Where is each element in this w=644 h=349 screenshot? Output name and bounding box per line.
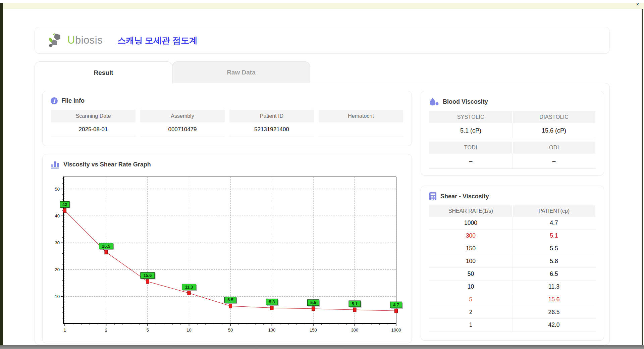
- graph-title-row: Viscosity vs Shear Rate Graph: [43, 154, 412, 169]
- svg-text:150: 150: [310, 328, 317, 333]
- header: Ubiosis 스캐닝 모세관 점도계: [35, 27, 610, 54]
- viscosity-graph-card: Viscosity vs Shear Rate Graph 1020304050…: [42, 154, 412, 343]
- blood-viscosity-title-row: Blood Viscosity: [421, 91, 604, 106]
- file-info-grid: Scanning Date 2025-08-01 Assembly 000710…: [43, 110, 412, 137]
- svg-text:10: 10: [55, 294, 60, 299]
- svg-text:6.5: 6.5: [227, 298, 233, 302]
- shear-rate-cell: 1: [429, 319, 513, 331]
- svg-text:5.8: 5.8: [269, 300, 275, 304]
- file-field-patient-id: Patient ID 52131921400: [229, 110, 314, 137]
- bar-chart-icon: [51, 160, 60, 169]
- field-label: Scanning Date: [51, 110, 136, 122]
- field-value: 2025-08-01: [51, 122, 136, 137]
- svg-text:40: 40: [55, 213, 60, 218]
- logo-letters-biosis: biosis: [75, 34, 103, 46]
- shear-rate-cell: 300: [429, 230, 513, 242]
- file-info-title: File Info: [61, 97, 85, 104]
- diastolic-header: DIASTOLIC: [513, 111, 596, 123]
- svg-text:20: 20: [55, 267, 60, 272]
- tab-raw-data[interactable]: Raw Data: [172, 61, 310, 83]
- graph-title: Viscosity vs Shear Rate Graph: [63, 161, 151, 168]
- ubiosis-logo-mark: [48, 33, 65, 48]
- svg-text:1000: 1000: [391, 328, 401, 333]
- svg-text:42: 42: [62, 202, 67, 207]
- shear-rate-cell: 100: [429, 255, 513, 267]
- svg-text:1: 1: [63, 328, 66, 333]
- file-info-card: i File Info Scanning Date 2025-08-01 Ass…: [42, 91, 412, 146]
- patient-cell: 5.5: [513, 242, 595, 255]
- shear-rate-cell: 50: [429, 268, 513, 280]
- patient-cell: 42.0: [513, 319, 595, 331]
- app-title: 스캐닝 모세관 점도계: [117, 35, 198, 46]
- table-row: 1011.3: [429, 281, 595, 293]
- shear-rate-cell: 1000: [429, 217, 513, 229]
- shear-viscosity-title: Shear - Viscosity: [440, 193, 489, 200]
- patient-cell: 26.5: [513, 306, 595, 318]
- systolic-header: SYSTOLIC: [429, 111, 512, 123]
- svg-text:50: 50: [55, 187, 60, 192]
- odi-value: –: [513, 154, 595, 169]
- svg-text:300: 300: [351, 328, 359, 333]
- shear-viscosity-card: Shear - Viscosity SHEAR RATE(1/s) PATIEN…: [421, 186, 604, 341]
- patient-column-header: PATIENT(cp): [513, 205, 596, 217]
- tab-result[interactable]: Result: [35, 61, 172, 84]
- svg-text:5.1: 5.1: [352, 302, 358, 306]
- diastolic-value: 15.6 (cP): [513, 123, 595, 138]
- file-info-title-row: i File Info: [43, 91, 412, 104]
- shear-rate-cell: 2: [429, 306, 513, 318]
- svg-text:100: 100: [268, 328, 276, 333]
- shear-rate-column-header: SHEAR RATE(1/s): [429, 205, 512, 217]
- odi-header: ODI: [513, 142, 596, 154]
- shear-rate-cell: 10: [429, 281, 513, 293]
- table-row: 515.6: [429, 293, 595, 306]
- window-edge-left: [0, 3, 3, 345]
- file-field-assembly: Assembly 000710479: [140, 110, 225, 137]
- svg-text:26.5: 26.5: [102, 244, 110, 249]
- window-titlebar: [3, 3, 644, 9]
- svg-text:2: 2: [105, 328, 107, 333]
- field-label: Assembly: [140, 110, 225, 122]
- field-value: [319, 122, 403, 137]
- field-value: 000710479: [140, 122, 225, 137]
- viscosity-shear-chart: 1020304050125105010015030010004226.515.6…: [53, 174, 403, 335]
- info-icon: i: [51, 97, 58, 104]
- file-field-scanning-date: Scanning Date 2025-08-01: [51, 110, 136, 137]
- svg-text:50: 50: [228, 328, 233, 333]
- blood-viscosity-title: Blood Viscosity: [443, 98, 488, 105]
- droplet-icon: [429, 97, 439, 106]
- svg-text:11.3: 11.3: [185, 285, 193, 290]
- file-field-hematocrit: Hematocrit: [319, 110, 403, 137]
- table-row: 142.0: [429, 319, 595, 332]
- shear-viscosity-table: SHEAR RATE(1/s) PATIENT(cp) 10004.7 3005…: [429, 205, 595, 332]
- svg-text:10: 10: [186, 328, 191, 333]
- shear-rate-cell: 5: [429, 293, 513, 306]
- patient-cell: 15.6: [513, 293, 595, 306]
- table-row: 3005.1: [429, 230, 595, 242]
- logo-text: Ubiosis: [67, 34, 103, 46]
- window-taskbar: [0, 345, 644, 349]
- svg-text:5: 5: [146, 328, 149, 333]
- svg-text:30: 30: [55, 240, 60, 245]
- patient-cell: 4.7: [513, 217, 595, 229]
- field-label: Patient ID: [229, 110, 314, 122]
- table-row: 1005.8: [429, 255, 595, 268]
- svg-text:5.5: 5.5: [310, 300, 316, 305]
- table-row: 1505.5: [429, 242, 595, 255]
- patient-cell: 5.8: [513, 255, 595, 267]
- todi-value: –: [429, 154, 513, 169]
- blood-viscosity-table: SYSTOLIC DIASTOLIC 5.1 (cP) 15.6 (cP) TO…: [429, 111, 595, 169]
- close-icon[interactable]: ×: [633, 0, 642, 8]
- shear-viscosity-title-row: Shear - Viscosity: [421, 186, 604, 201]
- blood-viscosity-card: Blood Viscosity SYSTOLIC DIASTOLIC 5.1 (…: [421, 91, 604, 176]
- table-row: 226.5: [429, 306, 595, 319]
- patient-cell: 11.3: [513, 281, 595, 293]
- table-row: 10004.7: [429, 217, 595, 230]
- shear-rate-cell: 150: [429, 242, 513, 255]
- patient-cell: 6.5: [513, 268, 595, 280]
- svg-text:15.6: 15.6: [144, 273, 152, 278]
- result-panel: i File Info Scanning Date 2025-08-01 Ass…: [35, 83, 610, 345]
- todi-header: TODI: [429, 142, 512, 154]
- field-label: Hematocrit: [319, 110, 403, 122]
- table-row: 506.5: [429, 268, 595, 281]
- calculator-icon: [429, 192, 437, 201]
